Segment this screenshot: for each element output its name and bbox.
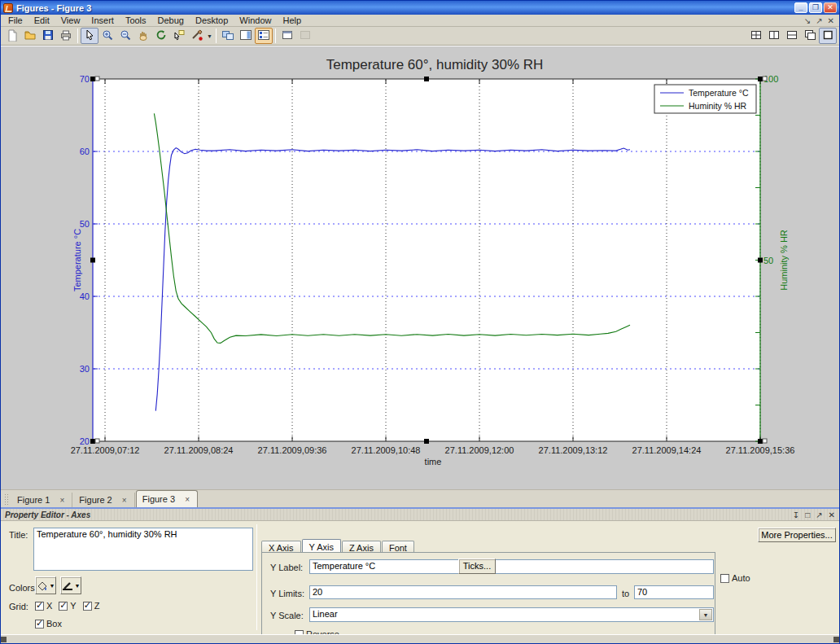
- resize-grip[interactable]: [1, 637, 7, 642]
- rotate-3d-icon: [155, 28, 168, 43]
- plot-title[interactable]: Temperature 60°, humidity 30% RH: [326, 57, 544, 72]
- open-file-icon: [24, 28, 37, 43]
- tile-rows-button[interactable]: [783, 28, 801, 44]
- single-window-icon: [821, 28, 834, 43]
- float-window-button[interactable]: [278, 28, 296, 44]
- cascade-windows-button[interactable]: [801, 28, 819, 44]
- grid-z-checkbox[interactable]: [83, 602, 92, 611]
- menu-item-help[interactable]: Help: [277, 15, 307, 26]
- selection-handle[interactable]: [758, 439, 763, 444]
- line-color-button[interactable]: ▼: [60, 576, 81, 594]
- title-field-label: Title:: [9, 530, 28, 540]
- menu-item-file[interactable]: File: [2, 15, 28, 26]
- auto-checkbox[interactable]: [720, 574, 729, 583]
- y-scale-label: Y Scale:: [270, 611, 304, 620]
- undock-icon[interactable]: ↘: [804, 16, 811, 25]
- zoom-in-button[interactable]: [98, 28, 116, 44]
- brush-icon: [190, 28, 203, 43]
- hide-plot-tools-button[interactable]: [237, 28, 255, 44]
- more-properties-button[interactable]: More Properties...: [758, 528, 836, 542]
- minimize-button[interactable]: _: [794, 2, 807, 13]
- open-file-button[interactable]: [21, 28, 39, 44]
- menu-item-tools[interactable]: Tools: [120, 15, 152, 26]
- print-figure-icon: [59, 28, 72, 43]
- save-figure-button[interactable]: [39, 28, 57, 44]
- figure-tab-figure-1[interactable]: Figure 1×: [11, 493, 72, 507]
- edit-plot-arrow-button[interactable]: [81, 28, 98, 44]
- plot-area[interactable]: [93, 79, 760, 441]
- tab-close-icon[interactable]: ×: [58, 496, 66, 505]
- selection-handle[interactable]: [90, 258, 95, 263]
- restore-button[interactable]: ❐: [809, 2, 822, 13]
- menu-item-view[interactable]: View: [55, 15, 86, 26]
- close-button[interactable]: ✕: [824, 2, 837, 13]
- menu-item-insert[interactable]: Insert: [85, 15, 120, 26]
- close-panel-icon[interactable]: ✕: [828, 16, 834, 25]
- y-limits-from-input[interactable]: 20: [309, 585, 617, 599]
- y-label-input[interactable]: Temperature °C: [309, 559, 714, 574]
- resize-grip[interactable]: [833, 637, 839, 642]
- y-limits-label: Y Limits:: [270, 589, 304, 598]
- property-editor-titlebar[interactable]: Property Editor - Axes ↧□↗✕: [1, 509, 839, 521]
- dropdown-caret-icon: ▼: [75, 583, 81, 589]
- brush-button[interactable]: [188, 28, 206, 44]
- print-figure-button[interactable]: [57, 28, 75, 44]
- tab-close-icon[interactable]: ×: [183, 495, 191, 504]
- figure-canvas-area: 2030405060701005027.11.2009,07:1227.11.2…: [1, 46, 839, 489]
- right-y-axis-label[interactable]: Huminity % HR: [779, 230, 789, 291]
- x-axis-label[interactable]: time: [425, 457, 442, 467]
- undock-panel-icon[interactable]: ↗: [816, 510, 822, 519]
- close-panel-icon[interactable]: ✕: [829, 510, 835, 519]
- tabbar-drag-grip[interactable]: [4, 493, 8, 505]
- selection-handle[interactable]: [424, 77, 429, 81]
- selection-handle[interactable]: [758, 258, 763, 263]
- menu-item-window[interactable]: Window: [234, 15, 277, 26]
- dock-figure-button[interactable]: [296, 28, 314, 44]
- pan-hand-button[interactable]: [134, 28, 152, 44]
- axes-plot[interactable]: 2030405060701005027.11.2009,07:1227.11.2…: [1, 46, 840, 490]
- zoom-out-button[interactable]: [116, 28, 134, 44]
- tab-close-icon[interactable]: ×: [120, 496, 129, 505]
- grid-x-checkbox[interactable]: [35, 602, 44, 611]
- menu-item-edit[interactable]: Edit: [28, 15, 55, 26]
- grid-y-checkbox[interactable]: [59, 602, 68, 611]
- dropdown-caret-icon[interactable]: ▼: [206, 28, 213, 44]
- selection-handle[interactable]: [758, 77, 763, 81]
- link-plot-button[interactable]: [219, 28, 237, 44]
- y-scale-value: Linear: [313, 609, 338, 619]
- data-cursor-button[interactable]: [170, 28, 188, 44]
- property-editor-title: Property Editor - Axes: [5, 510, 90, 519]
- selection-handle[interactable]: [90, 77, 95, 81]
- link-plot-icon: [221, 28, 234, 43]
- left-y-axis-label[interactable]: Temperature °C: [72, 229, 82, 291]
- property-editor-panel: Property Editor - Axes ↧□↗✕ Title: Tempe…: [1, 507, 839, 634]
- figure-tab-figure-2[interactable]: Figure 2×: [73, 493, 134, 507]
- single-window-button[interactable]: [819, 28, 837, 44]
- selection-handle[interactable]: [90, 439, 95, 444]
- float-window-icon: [281, 28, 294, 43]
- paintbrush-icon: [62, 580, 73, 591]
- new-figure-button[interactable]: [3, 28, 21, 44]
- to-label: to: [622, 589, 629, 598]
- auto-checkbox-label: Auto: [732, 573, 750, 583]
- paint-bucket-icon: [37, 580, 48, 591]
- menu-item-debug[interactable]: Debug: [152, 15, 190, 26]
- collapse-panel-icon[interactable]: ↧: [793, 510, 799, 519]
- y-scale-dropdown[interactable]: Linear ▼: [309, 607, 714, 622]
- dropdown-arrow-icon[interactable]: ▼: [699, 609, 712, 620]
- window-title: Figures - Figure 3: [16, 3, 793, 13]
- menu-item-desktop[interactable]: Desktop: [190, 15, 234, 26]
- maximize-panel-icon[interactable]: □: [805, 510, 810, 519]
- rotate-3d-button[interactable]: [152, 28, 170, 44]
- box-checkbox[interactable]: [35, 620, 44, 629]
- fill-color-button[interactable]: ▼: [35, 576, 56, 594]
- tile-columns-button[interactable]: [765, 28, 783, 44]
- ticks-button[interactable]: Ticks...: [458, 559, 496, 574]
- y-limits-to-input[interactable]: 70: [634, 585, 714, 599]
- tile-grid-button[interactable]: [747, 28, 765, 44]
- dock-icon[interactable]: ↗: [816, 16, 822, 25]
- show-plot-tools-button[interactable]: [255, 28, 273, 44]
- figure-tab-figure-3[interactable]: Figure 3×: [136, 490, 198, 507]
- selection-handle[interactable]: [424, 439, 429, 444]
- axes-title-input[interactable]: Temperature 60°, humidity 30% RH: [33, 528, 253, 571]
